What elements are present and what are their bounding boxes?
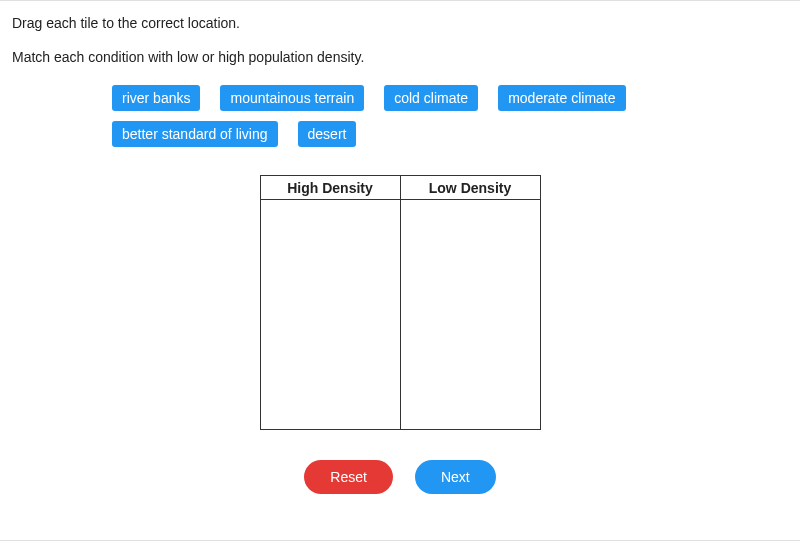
tile-mountainous-terrain[interactable]: mountainous terrain (220, 85, 364, 111)
instruction-text: Drag each tile to the correct location. (12, 15, 788, 31)
next-button[interactable]: Next (415, 460, 496, 494)
subinstruction-text: Match each condition with low or high po… (12, 49, 788, 65)
header-low-density: Low Density (400, 176, 540, 200)
reset-button[interactable]: Reset (304, 460, 393, 494)
dropzone-high-density[interactable] (260, 200, 400, 430)
tile-row-1: river banks mountainous terrain cold cli… (112, 85, 768, 111)
tile-cold-climate[interactable]: cold climate (384, 85, 478, 111)
tile-row-2: better standard of living desert (112, 121, 768, 147)
tile-better-standard-of-living[interactable]: better standard of living (112, 121, 278, 147)
tile-river-banks[interactable]: river banks (112, 85, 200, 111)
tile-pool: river banks mountainous terrain cold cli… (12, 85, 788, 147)
dropzone-low-density[interactable] (400, 200, 540, 430)
header-high-density: High Density (260, 176, 400, 200)
tile-desert[interactable]: desert (298, 121, 357, 147)
table-area: High Density Low Density (12, 175, 788, 430)
density-table: High Density Low Density (260, 175, 541, 430)
button-row: Reset Next (12, 460, 788, 494)
tile-moderate-climate[interactable]: moderate climate (498, 85, 625, 111)
